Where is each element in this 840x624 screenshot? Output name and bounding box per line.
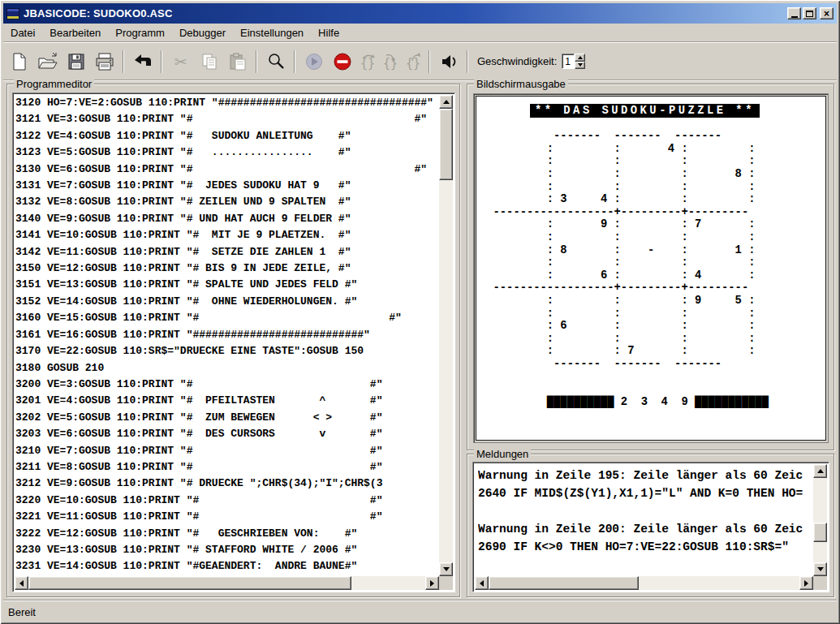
minimize-button[interactable] [787,7,801,19]
undo-icon [132,52,153,71]
copy-button[interactable] [195,49,223,75]
new-button[interactable] [5,49,33,75]
editor-horizontal-scrollbar[interactable] [15,576,439,590]
scroll-right-button[interactable] [425,576,439,590]
print-icon [94,52,115,71]
code-line: 3132 VE=8:GOSUB 110:PRINT "# ZEILEN UND … [15,194,439,210]
save-icon [67,52,86,71]
statusbar-separator-line [3,600,837,601]
screen-line: : : : : [480,181,825,194]
scroll-left-button[interactable] [475,576,489,590]
code-line: 3221 VE=11:GOSUB 110:PRINT "# #" [15,509,439,525]
code-line: 3131 VE=7:GOSUB 110:PRINT "# JEDES SUDOK… [15,178,439,194]
screen-line: : : 7 : : [480,345,825,358]
screen-output-panel: Bildschirmausgabe ** DAS SUDOKU-PUZZLE *… [467,84,834,450]
titlebar[interactable]: JBASICODE: SUDOKO0.ASC × [3,3,837,24]
speed-label: Geschwindigkeit: [477,55,557,67]
open-button[interactable] [33,49,62,75]
menu-item[interactable]: Einstellungen [233,24,311,41]
sound-button[interactable] [434,49,463,75]
scroll-down-button[interactable] [439,562,453,576]
run-button[interactable] [299,49,328,75]
arrow-down-icon [443,567,450,571]
stop-icon [333,52,352,71]
screen-line: : 9 : : 7 : [480,218,825,231]
menu-item[interactable]: Bearbeiten [42,24,108,41]
copy-icon [200,52,219,71]
step-out-button[interactable]: {} [402,49,424,75]
menu-item[interactable]: Debugger [172,24,233,41]
svg-text:{}: {} [383,56,398,71]
scroll-right-button[interactable] [799,576,813,590]
arrow-down-icon [817,567,824,571]
step-over-icon: {} [357,52,378,71]
paste-button[interactable] [223,49,252,75]
editor-panel-label: Programmeditor [14,78,94,90]
code-line: 3121 VE=3:GOSUB 110:PRINT "# #" [15,111,439,127]
code-line: 3212 VE=9:GOSUB 110:PRINT "# DRUECKE ";C… [15,476,439,492]
screen-title-row: ** DAS SUDOKU-PUZZLE ** [480,105,825,118]
messages-horizontal-scrollbar[interactable] [475,576,813,590]
scrollbar-thumb[interactable] [28,576,351,590]
code-editor[interactable]: 3120 HO=7:VE=2:GOSUB 110:PRINT "########… [12,93,455,592]
editor-vertical-scrollbar[interactable] [439,95,453,576]
screen-line [480,383,825,396]
message-line: Warnung in Zeile 195: Zeile länger als 6… [478,467,813,484]
screen-line: ------- ------- ------- [480,130,825,143]
messages-output[interactable]: Warnung in Zeile 195: Zeile länger als 6… [472,462,829,592]
spinner-buttons [575,54,585,69]
step-into-button[interactable]: {} [379,49,402,75]
screen-line: : : : : [480,333,825,346]
screen-line: : : : : [480,231,825,244]
screen-line: : 3 4 : : : [480,193,825,206]
screen-output[interactable]: ** DAS SUDOKU-PUZZLE ** ------- ------- … [476,96,826,441]
arrow-up-icon [817,469,824,473]
menu-item[interactable]: Datei [3,24,42,41]
chevron-down-icon [578,63,583,67]
open-file-icon [37,52,58,71]
close-button[interactable]: × [820,7,834,19]
messages-vertical-scrollbar[interactable] [813,464,827,576]
search-button[interactable] [261,49,290,75]
maximize-button[interactable] [803,7,816,19]
screen-line: : : : 8 : [480,168,825,181]
code-line: 3141 VE=10:GOSUB 110:PRINT "# MIT JE 9 P… [15,227,439,243]
arrow-left-icon [480,580,484,587]
scroll-up-button[interactable] [439,95,453,109]
window-controls: × [787,7,834,19]
print-button[interactable] [90,49,118,75]
toolbar-separator-line [3,80,837,81]
spinner-down-button[interactable] [575,62,585,70]
scroll-down-button[interactable] [813,562,827,576]
code-line: 3140 VE=9:GOSUB 110:PRINT "# UND HAT AUC… [15,211,439,227]
stop-button[interactable] [328,49,356,75]
code-line: 3210 VE=7:GOSUB 110:PRINT "# #" [15,443,439,459]
scroll-up-button[interactable] [813,464,827,478]
message-line [478,502,813,520]
step-over-button[interactable]: {} [356,49,379,75]
undo-button[interactable] [128,49,157,75]
scrollbar-corner [813,576,827,590]
run-icon [304,52,324,71]
code-lines[interactable]: 3120 HO=7:VE=2:GOSUB 110:PRINT "########… [15,95,439,576]
spinner-up-button[interactable] [575,54,585,62]
arrow-right-icon [430,580,434,587]
menu-item[interactable]: Programm [108,24,172,41]
scrollbar-thumb[interactable] [439,109,453,180]
speed-spinner[interactable]: 1 [562,54,585,69]
menu-item[interactable]: Hilfe [311,24,347,41]
menu-separator-line [3,41,837,43]
arrow-right-icon [804,580,808,587]
code-line: 3142 VE=11:GOSUB 110:PRINT "# SETZE DIE … [15,244,439,260]
save-button[interactable] [62,49,90,75]
scrollbar-thumb[interactable] [813,523,827,542]
arrow-left-icon [19,580,24,587]
cut-button[interactable]: ✂ [166,49,195,75]
scroll-left-button[interactable] [15,576,28,590]
code-line: 3152 VE=14:GOSUB 110:PRINT "# OHNE WIEDE… [15,294,439,310]
editor-panel: Programmeditor 3120 HO=7:VE=2:GOSUB 110:… [6,84,460,597]
app-window: JBASICODE: SUDOKO0.ASC × DateiBearbeiten… [0,0,840,624]
screen-line [480,118,825,131]
scrollbar-thumb[interactable] [489,576,639,590]
messages-panel: Meldungen Warnung in Zeile 195: Zeile lä… [467,454,834,597]
